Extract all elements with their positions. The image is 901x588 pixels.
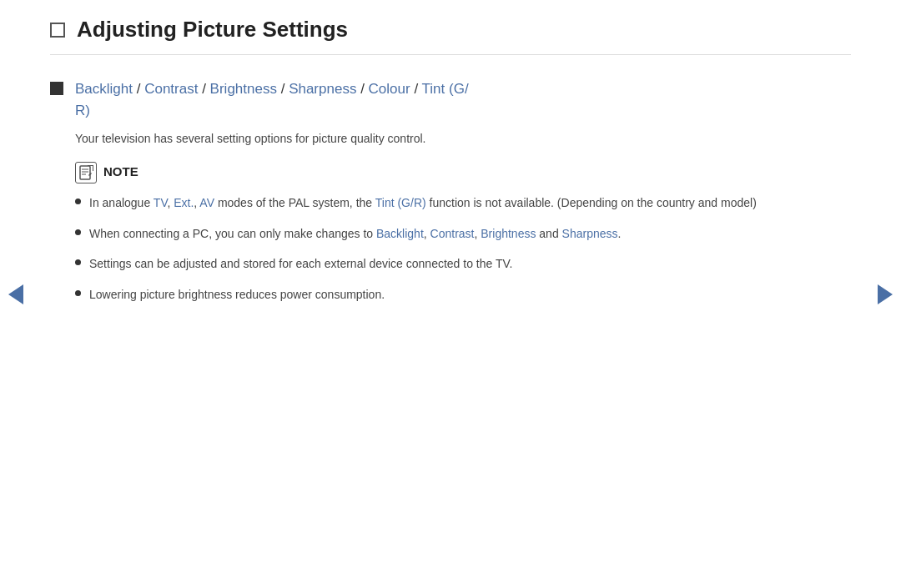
brightness-link-2[interactable]: Brightness	[481, 227, 536, 240]
tint-gr-link-1[interactable]: Tint (G/R)	[375, 196, 426, 209]
ext-link[interactable]: Ext.	[174, 196, 194, 209]
separator-1: /	[137, 81, 144, 97]
list-item: In analogue TV, Ext., AV modes of the PA…	[75, 193, 851, 212]
list-item: Settings can be adjusted and stored for …	[75, 254, 851, 273]
page-title: Adjusting Picture Settings	[77, 17, 348, 43]
page-title-row: Adjusting Picture Settings	[50, 17, 851, 55]
list-item: When connecting a PC, you can only make …	[75, 224, 851, 243]
backlight-link-2[interactable]: Backlight	[376, 227, 424, 240]
colour-link[interactable]: Colour	[369, 81, 410, 97]
page-container: Adjusting Picture Settings Backlight / C…	[0, 0, 901, 588]
bullet-dot-icon	[75, 259, 81, 265]
sharpness-link[interactable]: Sharpness	[289, 81, 356, 97]
next-page-arrow[interactable]	[878, 284, 893, 304]
av-link[interactable]: AV	[199, 196, 214, 209]
list-item-text-1: In analogue TV, Ext., AV modes of the PA…	[89, 193, 757, 212]
bullet-dot-icon	[75, 290, 81, 296]
contrast-link[interactable]: Contrast	[144, 81, 198, 97]
main-section: Backlight / Contrast / Brightness / Shar…	[50, 78, 851, 315]
list-item-text-2: When connecting a PC, you can only make …	[89, 224, 621, 243]
bullet-dot-icon	[75, 229, 81, 235]
tv-link[interactable]: TV	[154, 196, 168, 209]
separator-5: /	[414, 81, 421, 97]
list-item-text-3: Settings can be adjusted and stored for …	[89, 254, 512, 273]
brightness-link[interactable]: Brightness	[210, 81, 277, 97]
contrast-link-2[interactable]: Contrast	[430, 227, 475, 240]
bullet-list: In analogue TV, Ext., AV modes of the PA…	[75, 193, 851, 304]
section-heading: Backlight / Contrast / Brightness / Shar…	[75, 78, 851, 121]
note-box: NOTE	[75, 161, 851, 183]
prev-page-arrow[interactable]	[8, 284, 23, 304]
separator-2: /	[202, 81, 209, 97]
backlight-link[interactable]: Backlight	[75, 81, 133, 97]
separator-4: /	[360, 81, 368, 97]
note-label: NOTE	[103, 161, 138, 178]
bullet-dot-icon	[75, 199, 81, 204]
sharpness-link-2[interactable]: Sharpness	[562, 227, 618, 240]
list-item: Lowering picture brightness reduces powe…	[75, 285, 851, 304]
separator-3: /	[281, 81, 289, 97]
title-checkbox-icon	[50, 23, 65, 38]
section-bullet-icon	[50, 82, 63, 95]
description-text: Your television has several setting opti…	[75, 129, 851, 148]
section-content: Backlight / Contrast / Brightness / Shar…	[75, 78, 851, 315]
note-icon	[75, 162, 97, 183]
list-item-text-4: Lowering picture brightness reduces powe…	[89, 285, 385, 304]
svg-rect-0	[80, 166, 90, 179]
